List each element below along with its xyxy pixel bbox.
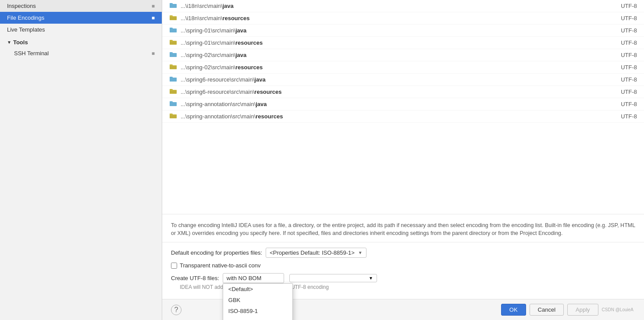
file-path: ...\spring-01\src\main\resources [181, 39, 607, 46]
encoding-value: UTF-8 [611, 113, 637, 120]
inspections-settings-icon[interactable]: ■ [152, 3, 155, 9]
dropdown-item-default[interactable]: <Default> [223, 284, 292, 295]
folder-icon [169, 51, 177, 59]
dropdown-item-gbk[interactable]: GBK [223, 295, 292, 306]
file-path: ...\spring-02\src\main\java [181, 52, 607, 58]
properties-encoding-dropdown-arrow: ▼ [358, 250, 363, 255]
folder-icon [169, 27, 177, 34]
transparent-native-checkbox[interactable] [171, 263, 177, 269]
sidebar-section-tools-label: Tools [13, 39, 28, 46]
help-button[interactable]: ? [171, 305, 181, 315]
encoding-value: UTF-8 [611, 64, 637, 71]
sidebar-item-ssh-terminal-label: SSH Terminal [14, 50, 49, 57]
sidebar-item-inspections[interactable]: Inspections ■ [0, 0, 162, 12]
cancel-button[interactable]: Cancel [530, 304, 564, 316]
tools-chevron-icon: ▼ [7, 40, 11, 45]
encoding-value: UTF-8 [611, 15, 637, 21]
table-row[interactable]: ...\spring-01\src\main\resourcesUTF-8 [162, 37, 644, 49]
utf8-files-value: with NO BOM [227, 275, 261, 281]
folder-icon [169, 64, 177, 71]
table-row[interactable]: ...\spring-02\src\main\resourcesUTF-8 [162, 61, 644, 74]
folder-icon [169, 88, 177, 96]
info-text-section: To change encoding IntelliJ IDEA uses fo… [162, 214, 644, 242]
second-utf8-dropdown-arrow: ▼ [369, 276, 373, 281]
table-row[interactable]: ...\spring-annotation\src\main\resources… [162, 110, 644, 123]
encoding-value: UTF-8 [611, 3, 637, 9]
file-path: ...\spring-01\src\main\java [181, 27, 607, 34]
watermark-text: CSDN @LouieA [602, 307, 635, 312]
properties-encoding-label: Default encoding for properties files: [171, 249, 262, 256]
table-row[interactable]: ...\spring-annotation\src\main\javaUTF-8 [162, 98, 644, 110]
properties-encoding-value: <Properties Default: ISO-8859-1> [270, 249, 355, 256]
properties-encoding-row: Default encoding for properties files: <… [171, 248, 635, 258]
sidebar-item-file-encodings[interactable]: File Encodings ■ [0, 12, 162, 24]
table-row[interactable]: ...\spring6-resource\src\main\javaUTF-8 [162, 74, 644, 86]
info-text: To change encoding IntelliJ IDEA uses fo… [171, 222, 635, 237]
properties-encoding-dropdown[interactable]: <Properties Default: ISO-8859-1> ▼ [266, 248, 366, 258]
ssh-terminal-settings-icon[interactable]: ■ [152, 50, 155, 57]
utf8-files-row: Create UTF-8 files: with NO BOM <Default… [171, 273, 635, 283]
folder-icon [169, 100, 177, 108]
transparent-native-row: Transparent native-to-ascii conv [171, 262, 635, 269]
folder-icon [169, 76, 177, 83]
utf8-dropdown-popup: <Default> GBK ISO-8859-1 US-ASCII UTF-16 [223, 283, 293, 320]
encoding-value: UTF-8 [611, 27, 637, 34]
sidebar-item-ssh-terminal[interactable]: SSH Terminal ■ [0, 47, 162, 59]
file-path: ...\spring-02\src\main\resources [181, 64, 607, 71]
ok-button[interactable]: OK [501, 304, 526, 316]
utf8-dropdown-container: with NO BOM <Default> GBK ISO-8859-1 US-… [223, 273, 284, 283]
encoding-value: UTF-8 [611, 52, 637, 58]
apply-button[interactable]: Apply [567, 304, 598, 316]
encoding-value: UTF-8 [611, 101, 637, 107]
utf8-files-dropdown[interactable]: with NO BOM [223, 273, 284, 283]
sidebar: Inspections ■ File Encodings ■ Live Temp… [0, 0, 162, 320]
dropdown-item-iso-8859-1[interactable]: ISO-8859-1 [223, 306, 292, 316]
file-path: ...\i18n\src\main\resources [181, 15, 607, 21]
folder-icon [169, 14, 177, 22]
settings-area: Default encoding for properties files: <… [162, 242, 644, 299]
file-path: ...\spring6-resource\src\main\java [181, 76, 607, 83]
sidebar-item-file-encodings-label: File Encodings [7, 14, 44, 21]
sidebar-item-live-templates-label: Live Templates [7, 26, 45, 33]
folder-icon [169, 2, 177, 10]
sidebar-section-tools[interactable]: ▼ Tools [0, 36, 162, 47]
file-encodings-table[interactable]: ...\i18n\src\main\javaUTF-8 ...\i18n\src… [162, 0, 644, 214]
file-path: ...\i18n\src\main\java [181, 3, 607, 9]
dropdown-item-us-ascii[interactable]: US-ASCII [223, 316, 292, 320]
table-row[interactable]: ...\spring-02\src\main\javaUTF-8 [162, 49, 644, 61]
sidebar-item-inspections-label: Inspections [7, 3, 36, 9]
utf8-files-label: Create UTF-8 files: [171, 275, 219, 281]
folder-icon [169, 39, 177, 46]
file-path: ...\spring-annotation\src\main\java [181, 101, 607, 107]
table-row[interactable]: ...\spring-01\src\main\javaUTF-8 [162, 25, 644, 37]
encoding-value: UTF-8 [611, 39, 637, 46]
file-path: ...\spring-annotation\src\main\resources [181, 113, 607, 120]
file-encodings-settings-icon[interactable]: ■ [152, 15, 155, 21]
main-content: ...\i18n\src\main\javaUTF-8 ...\i18n\src… [162, 0, 644, 320]
folder-icon [169, 113, 177, 120]
second-utf8-dropdown[interactable]: ▼ [289, 274, 377, 282]
table-row[interactable]: ...\i18n\src\main\javaUTF-8 [162, 0, 644, 12]
encoding-value: UTF-8 [611, 76, 637, 83]
sidebar-item-live-templates[interactable]: Live Templates [0, 24, 162, 36]
file-path: ...\spring6-resource\src\main\resources [181, 89, 607, 95]
table-row[interactable]: ...\i18n\src\main\resourcesUTF-8 [162, 12, 644, 25]
transparent-native-label: Transparent native-to-ascii conv [180, 262, 261, 269]
encoding-value: UTF-8 [611, 89, 637, 95]
table-row[interactable]: ...\spring6-resource\src\main\resourcesU… [162, 86, 644, 98]
